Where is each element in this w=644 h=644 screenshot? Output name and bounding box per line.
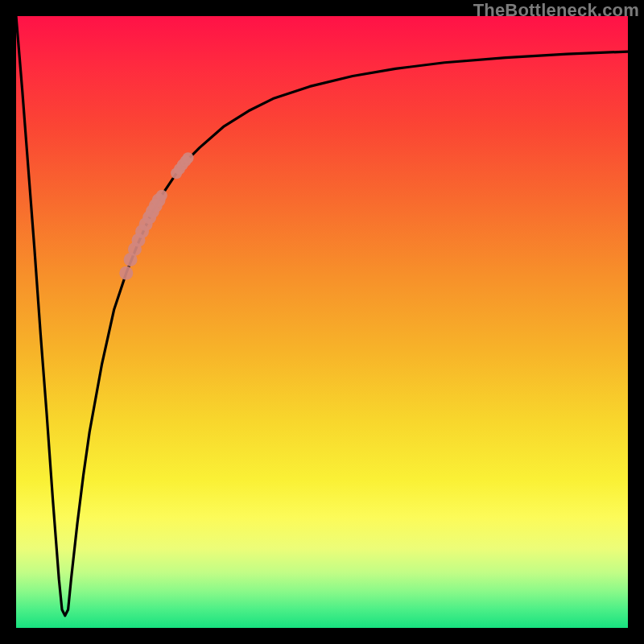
chart-frame: TheBottleneck.com	[0, 0, 644, 644]
curve-marker	[156, 190, 167, 201]
bottleneck-curve	[16, 16, 628, 628]
plot-area	[16, 16, 628, 628]
curve-marker	[183, 152, 194, 163]
curve-line	[16, 16, 628, 616]
curve-marker-group	[119, 152, 193, 279]
curve-marker	[119, 266, 133, 280]
